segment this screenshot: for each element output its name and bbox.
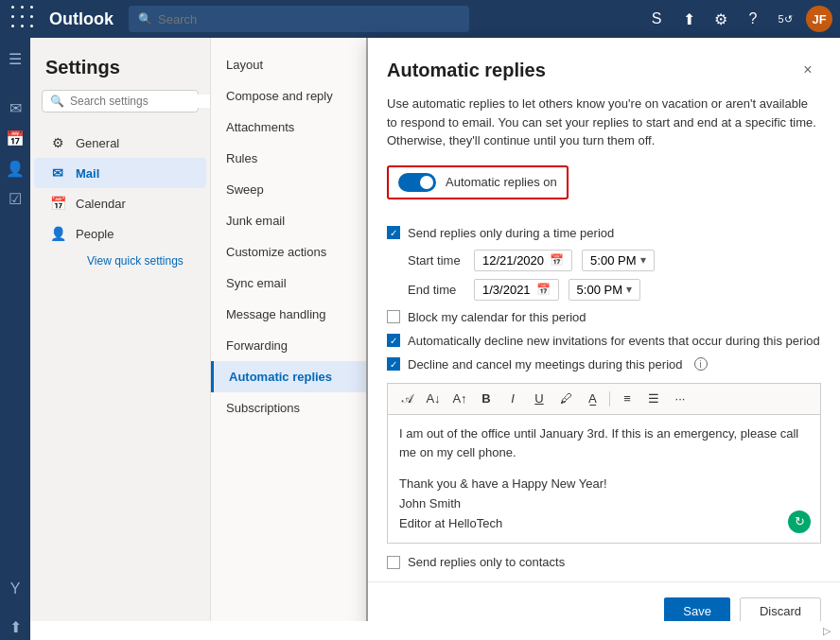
sidebar-icon-mail[interactable]: ✉ — [2, 95, 28, 121]
editor-line5: Editor at HelloTech — [399, 514, 809, 534]
settings-mid-customize[interactable]: Customize actions — [211, 236, 366, 268]
settings-mid-junk[interactable]: Junk email — [211, 205, 366, 236]
app-logo: Outlook — [49, 9, 114, 29]
end-date-value: 1/3/2021 — [482, 283, 531, 297]
editor-body[interactable]: I am out of the office until January 3rd… — [387, 414, 821, 545]
send-replies-during-label: Send replies only during a time period — [408, 226, 614, 240]
automatic-replies-dialog: Automatic replies × Use automatic replie… — [368, 38, 840, 640]
start-time-input[interactable]: 5:00 PM ▾ — [582, 250, 654, 271]
send-to-contacts-checkbox[interactable] — [387, 556, 400, 569]
toolbar-font-size-increase[interactable]: A↑ — [448, 388, 471, 410]
decline-meetings-label: Decline and cancel my meetings during th… — [408, 357, 683, 372]
settings-nav-calendar[interactable]: 📅 Calendar — [34, 188, 206, 218]
general-icon: ⚙ — [49, 135, 66, 150]
decline-invitations-label: Automatically decline new invitations fo… — [408, 334, 820, 348]
toggle-label: Automatic replies on — [446, 175, 557, 189]
bottom-bar: ▷ — [30, 621, 840, 640]
decline-invitations-row[interactable]: ✓ Automatically decline new invitations … — [387, 334, 821, 348]
dialog-title: Automatic replies — [387, 60, 546, 81]
decline-meetings-checkbox[interactable]: ✓ — [387, 357, 400, 371]
toolbar-highlight-button[interactable]: 🖊 — [554, 388, 577, 410]
apps-grid-icon[interactable] — [8, 2, 42, 36]
dialog-close-button[interactable]: × — [795, 57, 821, 83]
settings-mid-sync[interactable]: Sync email — [211, 268, 366, 299]
settings-middle-panel: Layout Compose and reply Attachments Rul… — [210, 38, 366, 640]
end-date-input[interactable]: 1/3/2021 📅 — [474, 279, 559, 301]
toolbar-font-color-button[interactable]: A̲ — [581, 388, 604, 410]
end-time-dropdown-icon: ▾ — [626, 283, 632, 296]
end-time-label: End time — [408, 283, 464, 297]
feedback-icon[interactable]: 5↺ — [774, 8, 796, 30]
decline-meetings-row[interactable]: ✓ Decline and cancel my meetings during … — [387, 357, 821, 372]
editor-line3: Thank you & have a Happy New Year! — [399, 475, 809, 494]
ad-icon: ▷ — [823, 625, 831, 637]
left-sidebar-icons: ☰ ✉ 📅 👤 ☑ Y ⬆ — [0, 38, 30, 640]
settings-mid-forwarding[interactable]: Forwarding — [211, 330, 366, 361]
quick-settings-link[interactable]: View quick settings — [72, 249, 210, 273]
toolbar-format-icon[interactable]: 𝒜 — [395, 388, 418, 410]
settings-nav-people[interactable]: 👤 People — [34, 218, 206, 249]
end-time-value: 5:00 PM — [577, 283, 622, 297]
settings-nav-people-label: People — [76, 227, 114, 241]
settings-search-input[interactable] — [70, 95, 212, 108]
sidebar-icon-people[interactable]: 👤 — [2, 155, 28, 182]
settings-search-box[interactable]: 🔍 — [42, 90, 199, 112]
end-time-input[interactable]: 5:00 PM ▾ — [569, 279, 640, 301]
start-time-label: Start time — [408, 253, 464, 268]
start-time-row: Start time 12/21/2020 📅 5:00 PM ▾ — [408, 250, 821, 271]
sidebar-icon-menu[interactable]: ☰ — [2, 45, 28, 72]
dialog-description: Use automatic replies to let others know… — [387, 95, 821, 150]
editor-toolbar: 𝒜 A↓ A↑ B I U 🖊 A̲ ≡ ☰ ··· — [387, 383, 821, 414]
share-icon[interactable]: ⬆ — [677, 8, 700, 30]
toolbar-list-button[interactable]: ☰ — [642, 388, 665, 410]
send-to-contacts-row[interactable]: Send replies only to contacts — [387, 555, 821, 569]
topbar: Outlook 🔍 S ⬆ ⚙ ? 5↺ JF — [0, 0, 840, 38]
topbar-search-input[interactable] — [158, 12, 460, 26]
auto-replies-toggle[interactable] — [398, 173, 436, 192]
settings-nav-general[interactable]: ⚙ General — [34, 128, 206, 158]
settings-mid-compose[interactable]: Compose and reply — [211, 80, 366, 112]
block-calendar-row[interactable]: Block my calendar for this period — [387, 310, 821, 324]
settings-mid-message[interactable]: Message handling — [211, 299, 366, 330]
settings-mid-attachments[interactable]: Attachments — [211, 112, 366, 143]
sidebar-icon-bottom[interactable]: ⬆ — [2, 614, 28, 640]
start-time-value: 5:00 PM — [590, 253, 636, 268]
sidebar-icon-calendar[interactable]: 📅 — [2, 125, 28, 151]
decline-invitations-checkbox[interactable]: ✓ — [387, 334, 400, 347]
block-calendar-checkbox[interactable] — [387, 310, 400, 323]
start-date-input[interactable]: 12/21/2020 📅 — [474, 250, 572, 271]
settings-mid-autoreplies[interactable]: Automatic replies — [211, 361, 366, 392]
settings-mid-sweep[interactable]: Sweep — [211, 174, 366, 205]
start-date-value: 12/21/2020 — [482, 253, 544, 268]
toolbar-more-button[interactable]: ··· — [669, 388, 691, 410]
skype-icon[interactable]: S — [645, 8, 668, 30]
settings-icon[interactable]: ⚙ — [709, 8, 732, 30]
topbar-search[interactable]: 🔍 — [129, 6, 469, 32]
settings-nav-calendar-label: Calendar — [76, 197, 126, 211]
settings-nav-mail[interactable]: ✉ Mail — [34, 158, 206, 188]
settings-mid-subscriptions[interactable]: Subscriptions — [211, 392, 366, 424]
settings-search-icon: 🔍 — [50, 95, 64, 108]
help-icon[interactable]: ? — [742, 8, 764, 30]
search-icon: 🔍 — [138, 12, 152, 26]
toolbar-align-button[interactable]: ≡ — [616, 388, 639, 410]
send-replies-during-row[interactable]: ✓ Send replies only during a time period — [387, 226, 821, 240]
settings-mid-layout[interactable]: Layout — [211, 49, 366, 80]
topbar-icons: S ⬆ ⚙ ? 5↺ JF — [645, 6, 832, 32]
settings-nav-mail-label: Mail — [76, 166, 99, 181]
toolbar-bold-button[interactable]: B — [475, 388, 498, 410]
sidebar-icon-tasks[interactable]: ☑ — [2, 185, 28, 212]
toolbar-underline-button[interactable]: U — [528, 388, 551, 410]
calendar-icon: 📅 — [49, 196, 66, 211]
editor-line1: I am out of the office until January 3rd… — [399, 424, 809, 464]
decline-meetings-info-icon[interactable]: i — [694, 357, 708, 371]
sidebar-icon-yammer[interactable]: Y — [2, 576, 28, 602]
settings-title: Settings — [30, 57, 210, 90]
toolbar-font-size-decrease[interactable]: A↓ — [422, 388, 445, 410]
people-icon: 👤 — [49, 226, 66, 241]
avatar[interactable]: JF — [806, 6, 832, 32]
end-time-row: End time 1/3/2021 📅 5:00 PM ▾ — [408, 279, 821, 301]
send-replies-during-checkbox[interactable]: ✓ — [387, 226, 400, 239]
settings-mid-rules[interactable]: Rules — [211, 143, 366, 174]
toolbar-italic-button[interactable]: I — [501, 388, 524, 410]
